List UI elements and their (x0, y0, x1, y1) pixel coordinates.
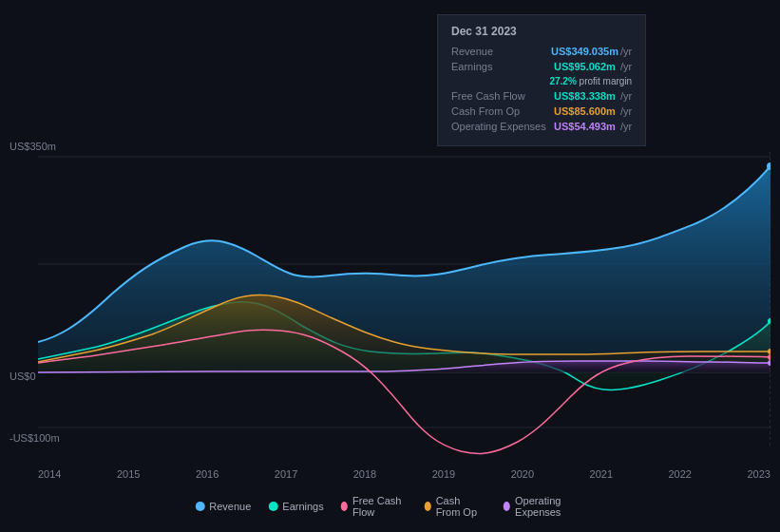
tooltip-box: Dec 31 2023 Revenue US$349.035m /yr Earn… (437, 14, 646, 146)
x-label-2017: 2017 (275, 468, 297, 480)
x-label-2020: 2020 (511, 468, 534, 480)
profit-margin-row: 27.2% profit margin (451, 76, 632, 86)
legend-revenue-label: Revenue (209, 501, 251, 512)
revenue-dot (195, 502, 204, 511)
revenue-value: US$349.035m (551, 46, 618, 57)
tooltip-cashop-row: Cash From Op US$85.600m /yr (451, 105, 632, 117)
x-label-2023: 2023 (747, 468, 770, 480)
chart-container: Dec 31 2023 Revenue US$349.035m /yr Earn… (0, 0, 780, 532)
revenue-unit: /yr (620, 46, 632, 57)
x-label-2019: 2019 (432, 468, 455, 480)
fcf-dot (341, 502, 348, 511)
cashop-dot (424, 502, 430, 511)
opex-value: US$54.493m (554, 121, 616, 132)
earnings-value: US$95.062m (554, 61, 616, 72)
cashop-label: Cash From Op (451, 105, 551, 117)
main-chart-svg (38, 152, 770, 466)
x-label-2022: 2022 (669, 468, 692, 480)
fcf-label: Free Cash Flow (451, 90, 551, 102)
legend-cashop[interactable]: Cash From Op (424, 495, 485, 518)
x-label-2014: 2014 (38, 468, 61, 480)
tooltip-title: Dec 31 2023 (451, 25, 632, 38)
legend-opex[interactable]: Operating Expenses (504, 495, 585, 518)
revenue-label: Revenue (451, 46, 551, 57)
profit-margin-text: 27.2% profit margin (549, 76, 632, 86)
chart-legend: Revenue Earnings Free Cash Flow Cash Fro… (195, 495, 585, 518)
opex-dot (504, 502, 510, 511)
tooltip-fcf-row: Free Cash Flow US$83.338m /yr (451, 90, 632, 102)
x-label-2018: 2018 (353, 468, 376, 480)
legend-cashop-label: Cash From Op (436, 495, 486, 518)
legend-revenue[interactable]: Revenue (195, 501, 251, 512)
tooltip-opex-row: Operating Expenses US$54.493m /yr (451, 121, 632, 132)
x-label-2016: 2016 (196, 468, 219, 480)
x-axis-labels: 2014 2015 2016 2017 2018 2019 2020 2021 … (38, 468, 770, 480)
earnings-unit: /yr (620, 61, 632, 72)
opex-unit: /yr (620, 121, 632, 132)
x-label-2015: 2015 (117, 468, 140, 480)
cashop-value: US$85.600m (554, 105, 616, 117)
earnings-label: Earnings (451, 61, 551, 72)
cashop-unit: /yr (620, 105, 632, 117)
legend-opex-label: Operating Expenses (515, 495, 585, 518)
legend-fcf[interactable]: Free Cash Flow (341, 495, 408, 518)
legend-fcf-label: Free Cash Flow (352, 495, 407, 518)
legend-earnings[interactable]: Earnings (268, 501, 323, 512)
earnings-dot (268, 502, 277, 511)
legend-earnings-label: Earnings (282, 501, 323, 512)
opex-label: Operating Expenses (451, 121, 551, 132)
tooltip-revenue-row: Revenue US$349.035m /yr (451, 46, 632, 57)
fcf-unit: /yr (620, 90, 632, 102)
tooltip-earnings-row: Earnings US$95.062m /yr (451, 61, 632, 72)
y-label-top: US$350m (10, 141, 56, 152)
x-label-2021: 2021 (590, 468, 613, 480)
fcf-value: US$83.338m (554, 90, 616, 102)
y-label-zero: US$0 (10, 370, 36, 382)
